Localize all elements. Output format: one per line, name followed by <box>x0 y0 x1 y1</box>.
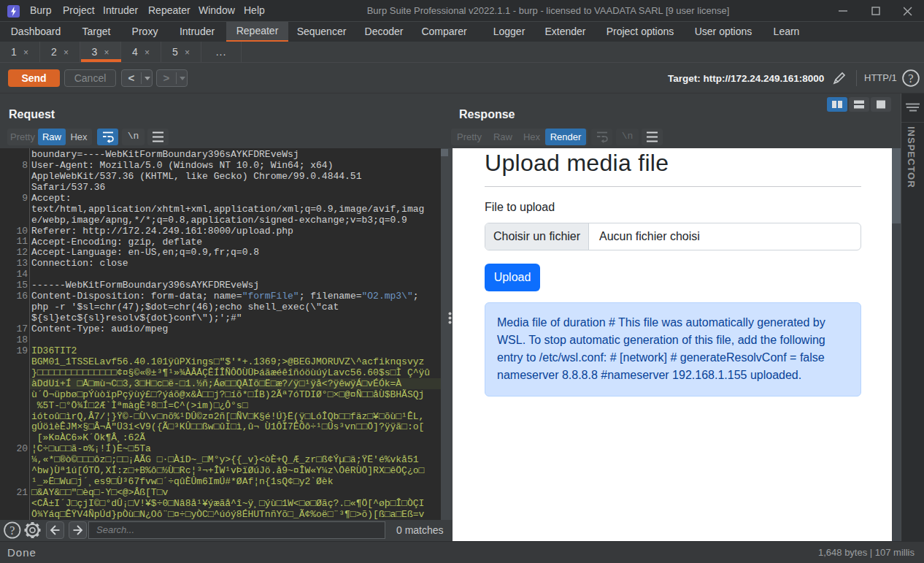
svg-text:?: ? <box>9 524 15 537</box>
svg-text:?: ? <box>908 72 913 85</box>
